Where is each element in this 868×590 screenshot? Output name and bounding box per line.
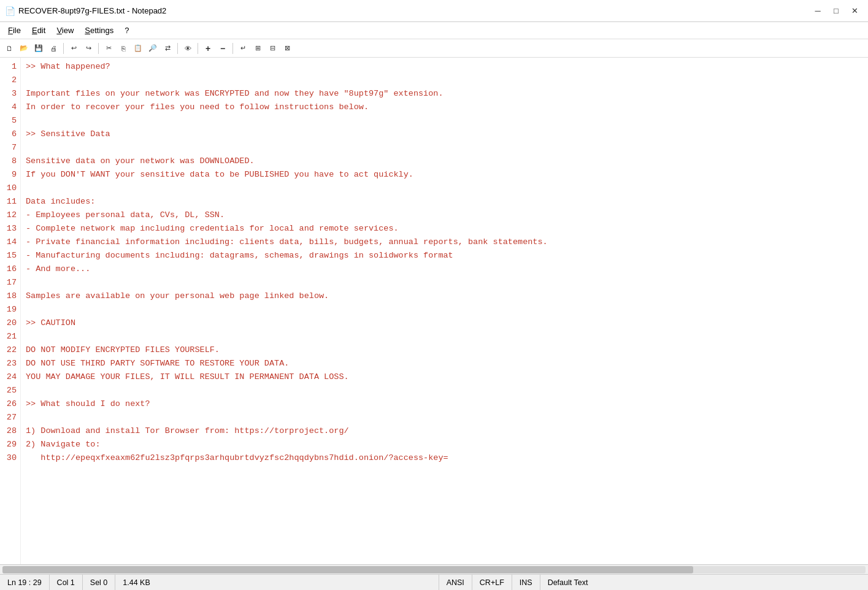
line-number: 25 [5, 384, 17, 397]
maximize-button[interactable]: □ [828, 4, 845, 18]
line: - Private financial information includin… [26, 236, 863, 249]
line-number: 5 [5, 114, 17, 128]
line-number: 10 [5, 182, 17, 195]
menu-bar: File Edit View Settings ? [0, 22, 868, 39]
text-area[interactable]: >> What happened? Important files on you… [21, 58, 868, 564]
line: - And more... [26, 262, 863, 276]
hscroll-thumb[interactable] [2, 566, 693, 573]
line-number: 21 [5, 330, 17, 343]
menu-edit[interactable]: Edit [26, 24, 51, 37]
line-number: 23 [5, 357, 17, 370]
replace-toolbar-btn[interactable]: ⇄ [161, 42, 174, 55]
save-toolbar-btn[interactable]: 💾 [32, 42, 45, 55]
line-number: 4 [5, 101, 17, 114]
status-size: 1.44 KB [115, 575, 439, 590]
status-encoding: ANSI [439, 575, 472, 590]
redo-toolbar-btn[interactable]: ↪ [82, 42, 95, 55]
hscroll-track[interactable] [2, 566, 866, 573]
line-number: 28 [5, 424, 17, 438]
line-number: 29 [5, 438, 17, 451]
wordwrap-toolbar-btn[interactable]: ↵ [236, 42, 250, 55]
line: http://epeqxfxeaxm62fu2lsz3pfqrps3arhqub… [26, 451, 863, 465]
line-number: 26 [5, 397, 17, 411]
editor-wrapper: 1234567891011121314151617181920212223242… [0, 58, 868, 574]
line-number: 6 [5, 128, 17, 141]
line-number: 2 [5, 74, 17, 87]
status-ln: Ln 19 : 29 [5, 575, 50, 590]
line: If you DON'T WANT your sensitive data to… [26, 168, 863, 182]
line [26, 303, 863, 316]
line: >> What should I do next? [26, 397, 863, 411]
line [26, 411, 863, 424]
line-numbers: 1234567891011121314151617181920212223242… [0, 58, 21, 564]
editor-content: 1234567891011121314151617181920212223242… [0, 58, 868, 564]
horizontal-scrollbar[interactable] [0, 564, 868, 574]
title-bar-controls: ─ □ ✕ [809, 4, 863, 18]
line: Sensitive data on your network was DOWNL… [26, 155, 863, 168]
line-number: 8 [5, 155, 17, 168]
copy-toolbar-btn[interactable]: ⎘ [117, 42, 130, 55]
paste-toolbar-btn[interactable]: 📋 [131, 42, 145, 55]
line-number: 7 [5, 141, 17, 155]
menu-file[interactable]: File [2, 24, 26, 37]
open-toolbar-btn[interactable]: 📂 [17, 42, 31, 55]
line-number: 13 [5, 222, 17, 236]
line-number: 20 [5, 316, 17, 330]
toolbar-sep-2 [98, 43, 99, 54]
menu-view[interactable]: View [51, 24, 79, 37]
line: YOU MAY DAMAGE YOUR FILES, IT WILL RESUL… [26, 370, 863, 384]
toolbar-sep-4 [198, 43, 198, 54]
view-toolbar-btn[interactable]: 👁 [181, 42, 194, 55]
menu-help[interactable]: ? [119, 24, 134, 37]
line: Samples are available on your personal w… [26, 289, 863, 303]
misc-toolbar-btn[interactable]: ⊟ [266, 42, 279, 55]
line-number: 22 [5, 343, 17, 357]
zoom-in-toolbar-btn[interactable]: + [201, 42, 215, 55]
menu-settings[interactable]: Settings [79, 24, 119, 37]
line-number: 12 [5, 209, 17, 222]
line: DO NOT MODIFY ENCRYPTED FILES YOURSELF. [26, 343, 863, 357]
line-number: 3 [5, 87, 17, 101]
line [26, 141, 863, 155]
line-number: 30 [5, 451, 17, 465]
line-number: 16 [5, 262, 17, 276]
line-number: 15 [5, 249, 17, 262]
line-number: 27 [5, 411, 17, 424]
status-sel: Sel 0 [83, 575, 116, 590]
extra-toolbar-btn[interactable]: ⊠ [280, 42, 294, 55]
toolbar-sep-5 [232, 43, 233, 54]
title-bar-left: 📄 RECOVER-8upt97g-FILES.txt - Notepad2 [5, 6, 166, 16]
find-toolbar-btn[interactable]: 🔎 [146, 42, 159, 55]
schema-toolbar-btn[interactable]: ⊞ [251, 42, 264, 55]
line: - Employees personal data, CVs, DL, SSN. [26, 209, 863, 222]
line: 2) Navigate to: [26, 438, 863, 451]
line [26, 384, 863, 397]
print-toolbar-btn[interactable]: 🖨 [47, 42, 60, 55]
line [26, 182, 863, 195]
line: >> What happened? [26, 60, 863, 74]
toolbar-sep-3 [177, 43, 178, 54]
status-bar: Ln 19 : 29 Col 1 Sel 0 1.44 KB ANSI CR+L… [0, 574, 868, 590]
line: Data includes: [26, 195, 863, 209]
cut-toolbar-btn[interactable]: ✂ [102, 42, 115, 55]
title-bar-text: RECOVER-8upt97g-FILES.txt - Notepad2 [18, 6, 166, 15]
status-col: Col 1 [50, 575, 83, 590]
line: 1) Download and install Tor Browser from… [26, 424, 863, 438]
minimize-button[interactable]: ─ [809, 4, 826, 18]
line-number: 14 [5, 236, 17, 249]
line: In order to recover your files you need … [26, 101, 863, 114]
line [26, 276, 863, 289]
undo-toolbar-btn[interactable]: ↩ [67, 42, 80, 55]
line-number: 18 [5, 289, 17, 303]
status-scheme: Default Text [540, 575, 863, 590]
line [26, 74, 863, 87]
line: Important files on your network was ENCR… [26, 87, 863, 101]
line: DO NOT USE THIRD PARTY SOFTWARE TO RESTO… [26, 357, 863, 370]
close-button[interactable]: ✕ [846, 4, 863, 18]
zoom-out-toolbar-btn[interactable]: − [216, 42, 229, 55]
toolbar: 🗋 📂 💾 🖨 ↩ ↪ ✂ ⎘ 📋 🔎 ⇄ 👁 + − ↵ ⊞ ⊟ ⊠ [0, 39, 868, 58]
status-line-ending: CR+LF [472, 575, 512, 590]
new-toolbar-btn[interactable]: 🗋 [2, 42, 16, 55]
line-number: 1 [5, 60, 17, 74]
app-icon: 📄 [5, 6, 15, 16]
